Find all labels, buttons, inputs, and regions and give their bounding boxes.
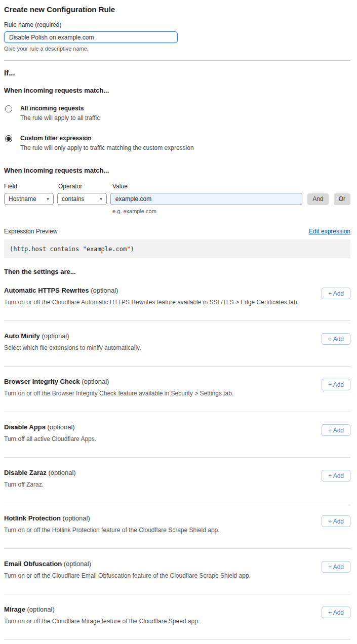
radio-description: The rule will only apply to traffic matc… [20,144,194,151]
value-label: Value [112,183,128,190]
setting-name: Browser Integrity Check [4,378,80,385]
chevron-down-icon: ▾ [47,196,49,202]
page-title: Create new Configuration Rule [4,5,350,14]
chevron-down-icon: ▾ [100,196,102,202]
setting-row-mirage: Mirage (optional) Turn on or off the Clo… [4,594,350,640]
setting-description: Turn off Zaraz. [4,481,76,488]
section-divider [4,60,350,61]
radio-option-custom-filter-expression[interactable]: Custom filter expression The rule will o… [4,135,350,151]
add-browser-integrity-check-button[interactable]: + Add [322,379,350,390]
setting-optional-tag: (optional) [27,606,55,613]
setting-row-disable-zaraz: Disable Zaraz (optional) Turn off Zaraz.… [4,458,350,503]
setting-optional-tag: (optional) [82,378,109,385]
radio-option-all-incoming-requests[interactable]: All incoming requests The rule will appl… [4,105,350,122]
setting-optional-tag: (optional) [48,469,75,476]
setting-row-disable-apps: Disable Apps (optional) Turn off all act… [4,412,350,458]
setting-name: Disable Zaraz [4,469,47,476]
add-hotlink-protection-button[interactable]: + Add [322,515,350,527]
or-button[interactable]: Or [334,193,350,205]
create-configuration-rule-page: Create new Configuration Rule Rule name … [0,0,357,644]
radio-description: The rule will apply to all traffic [20,114,100,122]
edit-expression-link[interactable]: Edit expression [309,228,350,235]
setting-row-auto-minify: Auto Minify (optional) Select which file… [4,321,350,367]
setting-optional-tag: (optional) [91,287,118,294]
radio-button-selected[interactable] [5,135,12,142]
and-button[interactable]: And [307,193,328,205]
then-settings-heading: Then the settings are... [4,268,350,275]
setting-name: Automatic HTTPS Rewrites [4,287,89,294]
setting-name: Mirage [4,606,25,613]
if-heading: If... [4,68,350,77]
field-select-value: Hostname [9,195,36,203]
add-auto-minify-button[interactable]: + Add [322,333,350,345]
value-input[interactable] [110,193,303,205]
request-match-radio-group: All incoming requests The rule will appl… [4,105,350,151]
setting-row-browser-integrity-check: Browser Integrity Check (optional) Turn … [4,367,350,412]
setting-optional-tag: (optional) [64,560,91,568]
radio-label: Custom filter expression [20,135,194,142]
setting-name: Email Obfuscation [4,560,62,568]
setting-optional-tag: (optional) [63,514,90,522]
operator-select[interactable]: contains ▾ [57,193,107,205]
field-select[interactable]: Hostname ▾ [4,193,54,205]
radio-label: All incoming requests [20,105,100,112]
setting-row-automatic-https-rewrites: Automatic HTTPS Rewrites (optional) Turn… [4,275,350,321]
value-helper: e.g. example.com [112,208,350,214]
rule-name-helper: Give your rule a descriptive name. [4,46,350,52]
add-email-obfuscation-button[interactable]: + Add [322,561,350,573]
setting-description: Turn off all active Cloudflare Apps. [4,435,96,442]
setting-row-hotlink-protection: Hotlink Protection (optional) Turn on or… [4,503,350,549]
add-disable-apps-button[interactable]: + Add [322,424,350,436]
add-disable-zaraz-button[interactable]: + Add [322,470,350,481]
operator-select-value: contains [62,195,85,203]
setting-name: Auto Minify [4,332,40,340]
add-automatic-https-rewrites-button[interactable]: + Add [322,288,350,299]
rule-name-input[interactable] [4,31,178,43]
setting-description: Turn on or off the Hotlink Protection fe… [4,527,220,534]
setting-name: Hotlink Protection [4,514,61,522]
expression-builder-heading: When incoming requests match... [4,167,350,174]
operator-label: Operator [58,183,112,190]
setting-description: Turn on or off the Cloudflare Email Obfu… [4,572,251,579]
rule-name-label: Rule name (required) [4,21,350,28]
setting-row-opportunistic-encryption: Opportunistic Encryption (optional) Turn… [4,640,350,644]
field-label: Field [4,183,58,190]
setting-description: Select which file extensions to minify a… [4,344,141,351]
add-mirage-button[interactable]: + Add [322,607,350,618]
setting-description: Turn on or off the Cloudflare Automatic … [4,299,299,306]
incoming-requests-match-heading: When incoming requests match... [4,87,350,94]
setting-name: Disable Apps [4,423,46,431]
setting-optional-tag: (optional) [42,332,69,340]
setting-optional-tag: (optional) [48,423,75,431]
expression-builder-row: Hostname ▾ contains ▾ And Or [4,193,350,205]
setting-description: Turn on or off the Cloudflare Mirage fea… [4,618,200,625]
setting-description: Turn on or off the Browser Integrity Che… [4,390,233,397]
expression-preview-label: Expression Preview [4,228,57,235]
radio-button-unselected[interactable] [5,105,12,112]
setting-row-email-obfuscation: Email Obfuscation (optional) Turn on or … [4,549,350,594]
expression-preview-code: (http.host contains "example.com") [4,239,350,258]
